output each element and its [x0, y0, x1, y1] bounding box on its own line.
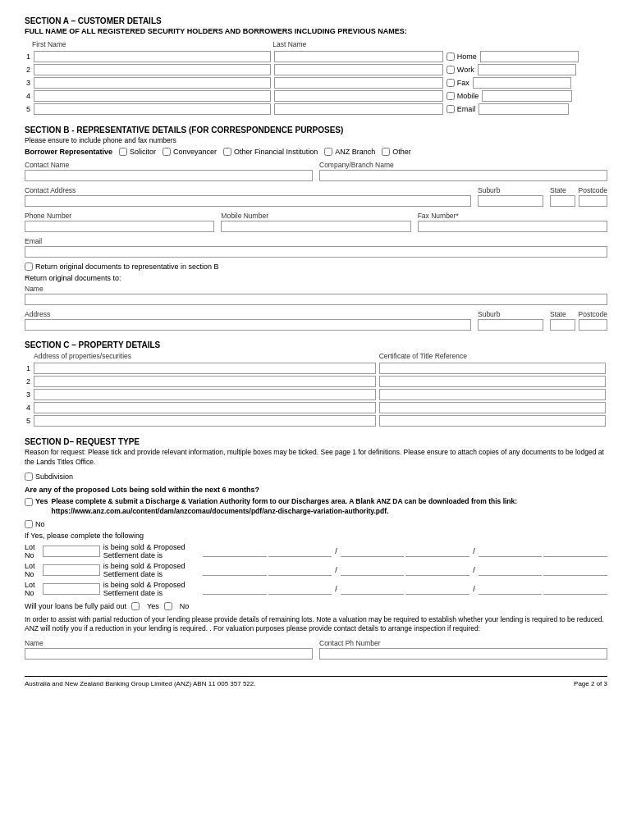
- date-m1-3[interactable]: [341, 583, 405, 595]
- state-input[interactable]: [550, 195, 575, 207]
- lot-no-2[interactable]: [43, 564, 100, 576]
- no-label: No: [35, 520, 45, 528]
- paid-out-yes-checkbox[interactable]: [131, 602, 140, 610]
- postcode-input[interactable]: [579, 195, 607, 207]
- fax-input[interactable]: [418, 221, 607, 232]
- first-name-5[interactable]: [34, 103, 271, 115]
- conveyancer-label: Conveyancer: [173, 148, 217, 156]
- date-y1-1[interactable]: [479, 546, 543, 557]
- property-cert-5[interactable]: [379, 415, 606, 427]
- phone-mobile-checkbox[interactable]: [447, 92, 455, 100]
- conveyancer-checkbox[interactable]: [163, 148, 171, 156]
- contact-company-row: Contact Name Company/Branch Name: [25, 161, 607, 181]
- phone-work-checkbox[interactable]: [447, 66, 455, 74]
- solicitor-checkbox-label[interactable]: Solicitor: [119, 148, 156, 156]
- date-d1-1[interactable]: [203, 546, 267, 557]
- phone-group: Phone Number: [25, 212, 214, 232]
- email-input[interactable]: [25, 246, 607, 258]
- date-d1-2[interactable]: [203, 564, 267, 576]
- other-checkbox-label[interactable]: Other: [382, 148, 411, 156]
- property-cert-1[interactable]: [379, 363, 606, 374]
- contact-address-input[interactable]: [25, 195, 471, 207]
- return-postcode-label: Postcode: [579, 310, 607, 318]
- section-d-title: SECTION D– REQUEST TYPE: [25, 437, 607, 446]
- conveyancer-checkbox-label[interactable]: Conveyancer: [163, 148, 217, 156]
- first-name-1[interactable]: [34, 51, 271, 62]
- property-addr-5[interactable]: [34, 415, 376, 427]
- first-name-4[interactable]: [34, 90, 271, 102]
- yes-row: Yes Please complete & submit a Discharge…: [25, 497, 607, 517]
- first-name-2[interactable]: [34, 64, 271, 75]
- date-d1-3[interactable]: [203, 583, 267, 595]
- yes-checkbox[interactable]: [25, 498, 33, 506]
- suburb-input[interactable]: [478, 195, 543, 207]
- date-y2-2[interactable]: [543, 564, 607, 576]
- last-name-4[interactable]: [274, 90, 443, 102]
- contact-ph-input[interactable]: [319, 648, 607, 660]
- mobile-input[interactable]: [221, 221, 410, 232]
- date-y2-1[interactable]: [543, 546, 607, 557]
- date-m2-2[interactable]: [405, 564, 469, 576]
- date-m2-1[interactable]: [405, 546, 469, 557]
- last-name-5[interactable]: [274, 103, 443, 115]
- date-m1-2[interactable]: [341, 564, 405, 576]
- suburb-group: Suburb: [478, 186, 543, 207]
- paid-out-no-checkbox[interactable]: [164, 602, 172, 610]
- date-y1-2[interactable]: [479, 564, 543, 576]
- last-name-3[interactable]: [274, 77, 443, 89]
- address-suburb-state-row: Contact Address Suburb State Postcode: [25, 186, 607, 207]
- subdivision-label: Subdivision: [35, 472, 73, 481]
- other-checkbox[interactable]: [382, 148, 390, 156]
- phone-fax-input[interactable]: [473, 77, 571, 89]
- return-docs-checkbox[interactable]: [25, 262, 33, 271]
- lot-no-1[interactable]: [43, 546, 100, 557]
- other-fi-checkbox[interactable]: [223, 148, 231, 156]
- property-addr-4[interactable]: [34, 402, 376, 413]
- date-d2-1[interactable]: [268, 546, 332, 557]
- property-addr-2[interactable]: [34, 376, 376, 387]
- return-state-input[interactable]: [550, 319, 575, 331]
- lot-no-3[interactable]: [43, 583, 100, 595]
- return-suburb-input[interactable]: [478, 319, 543, 331]
- property-cert-3[interactable]: [379, 389, 606, 400]
- contact-name-input[interactable]: [25, 170, 313, 181]
- return-name-input[interactable]: [25, 294, 607, 305]
- property-cert-4[interactable]: [379, 402, 606, 413]
- last-name-1[interactable]: [274, 51, 443, 62]
- phone-home-checkbox[interactable]: [447, 52, 455, 61]
- company-branch-input[interactable]: [319, 170, 607, 181]
- property-cert-2[interactable]: [379, 376, 606, 387]
- phone-fax-checkbox[interactable]: [447, 79, 455, 87]
- state-label: State: [550, 186, 575, 194]
- date-m2-3[interactable]: [405, 583, 469, 595]
- valuation-name-input[interactable]: [25, 648, 313, 660]
- return-postcode-group: Postcode: [579, 310, 607, 331]
- anz-branch-checkbox-label[interactable]: ANZ Branch: [324, 148, 375, 156]
- other-fi-checkbox-label[interactable]: Other Financial Institution: [223, 148, 318, 156]
- other-fi-label: Other Financial Institution: [234, 148, 318, 156]
- phone-mobile-input[interactable]: [482, 90, 572, 102]
- property-addr-1[interactable]: [34, 363, 376, 374]
- date-m1-1[interactable]: [341, 546, 405, 557]
- date-y1-3[interactable]: [479, 583, 543, 595]
- property-addr-3[interactable]: [34, 389, 376, 400]
- phone-input[interactable]: [25, 221, 214, 232]
- return-address-row: Address Suburb State Postcode: [25, 310, 607, 331]
- phone-home-input[interactable]: [480, 51, 579, 62]
- return-postcode-input[interactable]: [579, 319, 607, 331]
- phone-email-checkbox[interactable]: [447, 105, 455, 113]
- solicitor-checkbox[interactable]: [119, 148, 127, 156]
- email-label: Email: [25, 237, 607, 245]
- return-address-input[interactable]: [25, 319, 471, 331]
- phone-work-input[interactable]: [478, 64, 576, 75]
- first-name-3[interactable]: [34, 77, 271, 89]
- phone-email-input[interactable]: [479, 103, 569, 115]
- date-y2-3[interactable]: [543, 583, 607, 595]
- date-d2-3[interactable]: [268, 583, 332, 595]
- date-d2-2[interactable]: [268, 564, 332, 576]
- return-state-group: State: [550, 310, 575, 331]
- anz-branch-checkbox[interactable]: [324, 148, 332, 156]
- no-checkbox[interactable]: [25, 520, 33, 528]
- last-name-2[interactable]: [274, 64, 443, 75]
- subdivision-checkbox[interactable]: [25, 472, 33, 481]
